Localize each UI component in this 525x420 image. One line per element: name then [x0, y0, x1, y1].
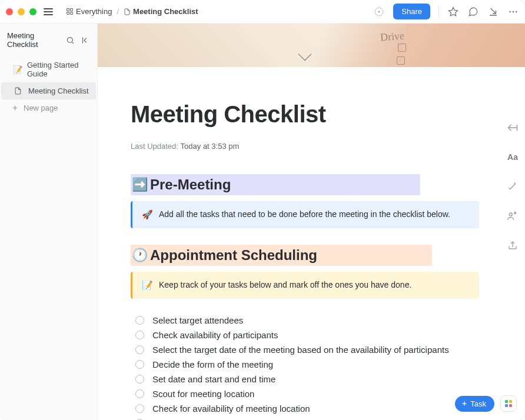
checklist-item[interactable]: Decide the form of the meeting	[135, 359, 479, 369]
sidebar-title: Meeting Checklist	[7, 31, 61, 49]
breadcrumb-page[interactable]: Meeting Checklist	[124, 7, 198, 16]
callout-pre-meeting[interactable]: 🚀 Add all the tasks that need to be done…	[131, 201, 479, 228]
checklist-item[interactable]: Check availability of participants	[135, 330, 479, 340]
more-icon[interactable]	[507, 6, 519, 18]
people-sparkle-icon[interactable]	[506, 209, 519, 222]
cover-decor-box	[397, 56, 405, 65]
minimize-window-dot[interactable]	[18, 8, 25, 15]
export-icon[interactable]	[506, 239, 519, 252]
plus-icon	[461, 400, 468, 407]
topbar-divider	[438, 6, 439, 17]
sidebar-item-meeting-checklist[interactable]: Meeting Checklist	[1, 82, 96, 99]
clock-icon: 🕐	[132, 248, 148, 263]
checklist-item-label: Scout for meeting location	[152, 389, 254, 399]
collapse-sidebar-icon[interactable]	[79, 34, 91, 46]
checklist-item-label: Select the target date of the meeting ba…	[152, 345, 449, 355]
svg-rect-1	[71, 9, 73, 11]
doc-icon	[14, 87, 24, 95]
sidebar: Meeting Checklist 📝 Getting Started Guid…	[0, 24, 98, 420]
callout-text: Keep track of your tasks below and mark …	[159, 280, 411, 289]
layout: Meeting Checklist 📝 Getting Started Guid…	[0, 24, 525, 420]
last-updated: Last Updated: Today at 3:53 pm	[131, 142, 479, 151]
checkbox-circle-icon[interactable]	[135, 404, 144, 413]
svg-marker-6	[449, 7, 458, 15]
cover-image[interactable]: Drive	[98, 24, 525, 67]
callout-text: Add all the tasks that need to be done b…	[159, 209, 450, 219]
svg-point-10	[516, 11, 517, 12]
magic-wand-icon[interactable]	[506, 180, 519, 193]
document: Meeting Checklist Last Updated: Today at…	[98, 67, 525, 420]
svg-point-5	[378, 11, 380, 12]
svg-rect-2	[67, 12, 69, 15]
download-icon[interactable]	[487, 6, 499, 18]
checklist-item[interactable]: Select target attendees	[135, 315, 479, 325]
target-dotted-icon[interactable]	[373, 6, 385, 18]
grid-icon	[66, 8, 74, 15]
breadcrumb-root[interactable]: Everything	[66, 7, 112, 16]
topbar: Everything / Meeting Checklist Share	[0, 0, 525, 24]
checklist-item-label: Decide the form of the meeting	[152, 359, 273, 369]
apps-button[interactable]	[500, 395, 517, 412]
last-updated-value: Today at 3:53 pm	[181, 142, 240, 151]
svg-rect-3	[71, 12, 73, 15]
arrow-right-icon: ➡️	[132, 177, 148, 192]
sidebar-header: Meeting Checklist	[0, 24, 97, 56]
breadcrumb-separator: /	[117, 7, 119, 16]
cover-decor-arrow	[298, 48, 312, 61]
svg-point-9	[513, 11, 514, 12]
sidebar-new-page-label: New page	[24, 104, 58, 112]
floating-actions: Task	[455, 395, 517, 412]
svg-line-12	[72, 42, 74, 44]
zoom-window-dot[interactable]	[29, 8, 36, 15]
checkbox-circle-icon[interactable]	[135, 375, 144, 384]
checklist-item-label: Select target attendees	[152, 315, 243, 325]
cover-decor-box	[398, 44, 406, 52]
heading-pre-meeting[interactable]: ➡️ Pre-Meeting	[131, 174, 420, 195]
sidebar-item-label: Meeting Checklist	[28, 86, 89, 95]
checklist-item-label: Check availability of participants	[152, 330, 278, 340]
share-button[interactable]: Share	[393, 4, 430, 19]
checklist-item-label: Check for availability of meeting locati…	[152, 404, 310, 414]
checkbox-circle-icon[interactable]	[135, 345, 144, 354]
rocket-icon: 🚀	[142, 209, 153, 220]
checklist-item[interactable]: Check for availability of meeting locati…	[135, 404, 479, 414]
svg-point-18	[509, 213, 512, 216]
new-task-button[interactable]: Task	[455, 396, 494, 412]
search-icon[interactable]	[64, 34, 76, 46]
page-title[interactable]: Meeting Checklist	[131, 101, 479, 128]
menu-icon[interactable]	[44, 8, 53, 15]
checkbox-circle-icon[interactable]	[135, 316, 144, 325]
svg-rect-0	[67, 9, 69, 11]
heading-appointment-scheduling[interactable]: 🕐 Appointment Scheduling	[131, 245, 432, 266]
font-icon[interactable]: Aa	[506, 151, 519, 164]
checklist-item[interactable]: Set date and start and end time	[135, 374, 479, 384]
memo-icon: 📝	[13, 65, 22, 74]
sidebar-new-page[interactable]: New page	[0, 99, 97, 116]
breadcrumb: Everything / Meeting Checklist	[66, 7, 198, 16]
breadcrumb-page-label: Meeting Checklist	[133, 7, 198, 16]
topbar-right: Share	[373, 4, 519, 19]
svg-point-11	[67, 37, 72, 42]
cover-decor-text: Drive	[380, 30, 404, 44]
close-window-dot[interactable]	[6, 8, 13, 15]
expand-width-icon[interactable]	[506, 121, 519, 134]
last-updated-label: Last Updated:	[131, 142, 178, 151]
window-controls	[6, 8, 36, 15]
checkbox-circle-icon[interactable]	[135, 331, 144, 339]
doc-icon	[124, 8, 131, 16]
checklist: Select target attendees Check availabili…	[135, 315, 479, 420]
checklist-item[interactable]: Select the target date of the meeting ba…	[135, 345, 479, 355]
memo-icon: 📝	[142, 280, 153, 291]
apps-grid-icon	[505, 400, 512, 407]
callout-appointment[interactable]: 📝 Keep track of your tasks below and mar…	[131, 272, 479, 299]
checkbox-circle-icon[interactable]	[135, 389, 144, 398]
star-icon[interactable]	[447, 6, 459, 18]
sidebar-item-getting-started[interactable]: 📝 Getting Started Guide	[0, 56, 97, 82]
comment-icon[interactable]	[467, 6, 479, 18]
checklist-item-label: Set date and start and end time	[152, 374, 275, 384]
checkbox-circle-icon[interactable]	[135, 360, 144, 369]
main: Drive Meeting Checklist Last Updated: To…	[98, 24, 525, 420]
checklist-item[interactable]: Scout for meeting location	[135, 389, 479, 399]
svg-point-8	[509, 11, 511, 12]
breadcrumb-root-label: Everything	[76, 7, 112, 16]
